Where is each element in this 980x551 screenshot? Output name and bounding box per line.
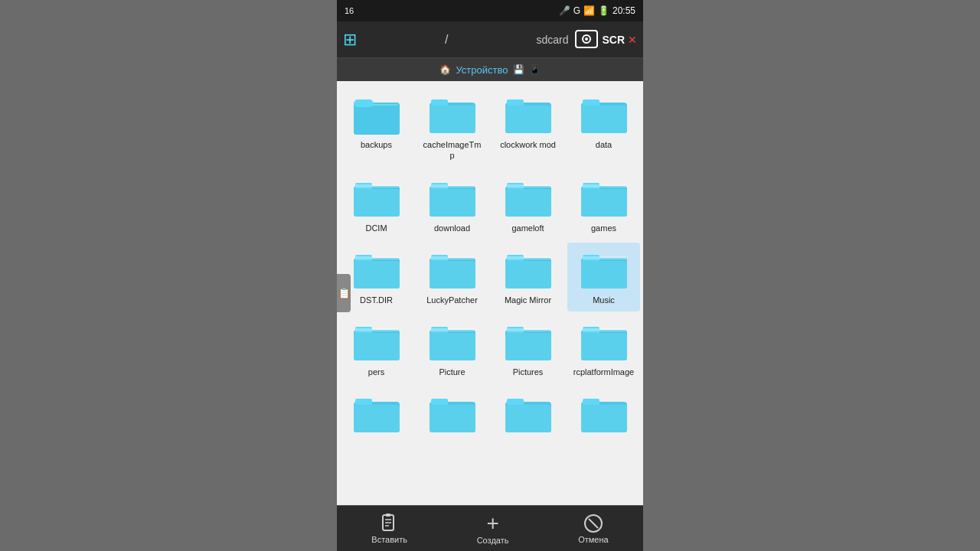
svg-rect-31 <box>581 189 627 217</box>
svg-rect-51 <box>354 333 400 360</box>
svg-rect-28 <box>507 184 550 187</box>
sd-icon: 💾 <box>513 64 524 75</box>
svg-rect-16 <box>581 106 627 133</box>
folder-icon-extra3 <box>504 393 553 435</box>
folder-name-pictures: Pictures <box>513 367 544 377</box>
folder-icon-picture <box>428 321 477 364</box>
folder-icon-dstdir <box>352 249 401 292</box>
svg-rect-70 <box>430 405 475 432</box>
folder-gameloft[interactable]: gameloft <box>492 171 564 240</box>
folder-icon-clockworkmod <box>504 93 553 136</box>
mute-icon: 🎤 <box>559 5 570 16</box>
svg-rect-44 <box>507 256 550 259</box>
folder-pictures[interactable]: Pictures <box>492 315 564 383</box>
svg-rect-35 <box>354 261 400 289</box>
folder-name-luckypatcher: LuckyPatcher <box>426 295 478 305</box>
svg-rect-43 <box>505 261 551 289</box>
folder-icon-pers <box>352 321 401 364</box>
folder-icon-extra2 <box>428 393 477 435</box>
path-text: / <box>445 33 448 47</box>
folder-name-download: download <box>434 223 470 233</box>
folder-name-picture: Picture <box>439 367 465 377</box>
grid-view-icon[interactable]: ⊞ <box>343 30 357 50</box>
svg-rect-19 <box>354 189 400 217</box>
status-left: 16 <box>345 6 354 15</box>
sidebar-handle[interactable]: 📋 <box>337 274 351 312</box>
folder-name-magicmirror: Magic Mirror <box>505 295 551 305</box>
svg-rect-20 <box>355 184 398 187</box>
svg-line-83 <box>589 519 598 528</box>
paste-label: Вставить <box>371 535 407 544</box>
folder-luckypatcher[interactable]: LuckyPatcher <box>416 243 488 311</box>
status-bar: 16 🎤 G 📶 🔋 20:55 <box>337 0 643 21</box>
folder-data[interactable]: data <box>567 87 640 168</box>
cancel-button[interactable]: Отмена <box>578 514 608 544</box>
paste-icon <box>380 514 400 533</box>
cancel-icon <box>583 514 603 533</box>
folder-dcim[interactable]: DCIM <box>340 171 413 240</box>
folder-icon-download <box>428 177 477 220</box>
folder-download[interactable]: download <box>416 171 488 240</box>
folder-cacheimagetmp[interactable]: cacheImageTmp <box>416 87 488 168</box>
folder-extra1[interactable] <box>340 386 413 445</box>
folder-icon-dcim <box>352 177 401 220</box>
svg-rect-32 <box>583 184 626 187</box>
status-right: 🎤 G 📶 🔋 20:55 <box>559 5 635 16</box>
folder-name-clockworkmod: clockwork mod <box>500 139 556 150</box>
paste-button[interactable]: Вставить <box>371 514 407 544</box>
folder-name-data: data <box>596 139 612 150</box>
svg-rect-10 <box>430 106 475 133</box>
create-button[interactable]: + Создать <box>477 513 509 545</box>
folder-icon-backups <box>352 93 401 136</box>
battery-icon: 🔋 <box>598 5 609 16</box>
usb-icon: 📱 <box>529 64 541 75</box>
copy-icon: 📋 <box>338 287 351 299</box>
folder-icon-extra4 <box>580 393 629 435</box>
svg-rect-59 <box>505 333 551 360</box>
folder-music[interactable]: Music <box>567 243 640 311</box>
folder-extra3[interactable] <box>492 386 564 445</box>
wifi-icon: 📶 <box>583 5 595 16</box>
svg-rect-63 <box>581 333 627 360</box>
sdcard-label: sdcard <box>536 34 568 46</box>
bottom-bar: Вставить + Создать Отмена <box>337 505 643 551</box>
folder-icon-cacheimagetmp <box>428 93 477 136</box>
create-label: Создать <box>477 536 509 545</box>
signal-icon: G <box>573 5 580 16</box>
svg-rect-78 <box>386 514 390 517</box>
folder-name-dstdir: DST.DIR <box>360 295 393 305</box>
svg-rect-13 <box>505 106 551 133</box>
folder-extra4[interactable] <box>567 386 640 445</box>
path-display: / <box>363 33 530 47</box>
svg-rect-6 <box>354 106 400 135</box>
folder-dstdir[interactable]: DST.DIR <box>340 243 413 311</box>
folder-icon-data <box>580 93 629 136</box>
svg-rect-60 <box>507 328 550 331</box>
folder-icon-games <box>580 177 629 220</box>
svg-rect-39 <box>430 261 475 289</box>
folder-pers[interactable]: pers <box>340 315 413 383</box>
scr-button[interactable]: SCR ✕ <box>574 28 637 52</box>
main-content: 📋 backups <box>337 81 643 505</box>
scr-close-icon[interactable]: ✕ <box>628 34 637 46</box>
folder-clockworkmod[interactable]: clockwork mod <box>492 87 564 168</box>
location-bar: 🏠 Устройство 💾 📱 <box>337 58 643 81</box>
folder-games[interactable]: games <box>567 171 640 240</box>
svg-rect-64 <box>583 328 626 331</box>
folder-name-pers: pers <box>368 367 384 377</box>
folder-rcplatformimage[interactable]: rcplatformImage <box>567 315 640 383</box>
folder-name-backups: backups <box>361 139 392 150</box>
nav-bar: ⊞ / sdcard SCR ✕ <box>337 21 643 58</box>
svg-rect-76 <box>581 405 627 432</box>
folder-backups[interactable]: backups <box>340 87 413 168</box>
folder-name-cacheimagetmp: cacheImageTmp <box>422 139 483 161</box>
home-icon: 🏠 <box>439 64 451 75</box>
folder-magicmirror[interactable]: Magic Mirror <box>492 243 564 311</box>
svg-rect-73 <box>505 405 551 432</box>
phone-frame: 16 🎤 G 📶 🔋 20:55 ⊞ / sdcard SCR ✕ 🏠 <box>337 0 643 551</box>
folder-extra2[interactable] <box>416 386 488 445</box>
scr-label: SCR <box>602 34 625 46</box>
svg-rect-47 <box>581 261 627 289</box>
folder-picture[interactable]: Picture <box>416 315 488 383</box>
svg-rect-55 <box>430 333 475 360</box>
